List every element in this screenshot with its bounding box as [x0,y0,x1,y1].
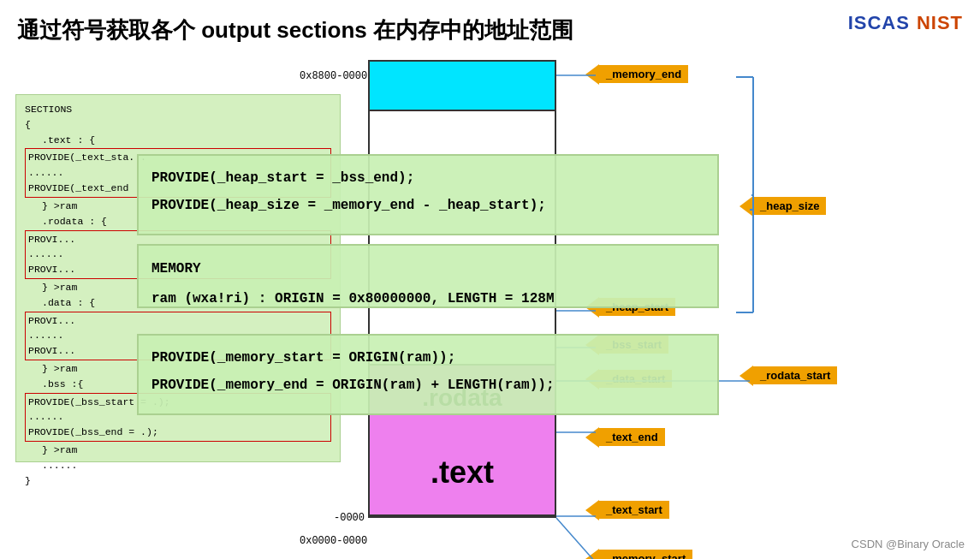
logo-nist: NIST [917,12,963,34]
watermark: CSDN @Binary Oracle [852,538,965,550]
arrow-text-end: _text_end [599,428,665,446]
arrow-text-start: _text_start [599,501,669,519]
text-section-label: .text [431,455,494,491]
logo-iscas: ISCAS [848,12,910,34]
addr-0x0000: 0x0000-0000 [300,535,367,547]
memory-block-text: .text [368,431,556,516]
page-title: 通过符号获取各个 output sections 在内存中的地址范围 [0,0,980,54]
provide-box-heap: PROVIDE(_heap_start = _bss_end); PROVIDE… [137,154,719,235]
memory-block-cyan [368,60,556,111]
addr-mid: -0000 [334,512,365,524]
arrow-rodata-start: _rodata_start [753,366,837,384]
provide-box-memory: PROVIDE(_memory_start = ORIGIN(ram)); PR… [137,334,719,415]
arrow-memory-end: _memory_end [599,65,688,83]
logo-area: ISCAS NIST [848,12,963,34]
main-area: SECTIONS { .text : { PROVIDE(_text_sta..… [0,60,980,559]
arrow-heap-size: _heap_size [753,197,826,215]
addr-0x8800: 0x8800-0000 [300,70,367,82]
arrow-memory-start: _memory_start [599,550,692,559]
memory-box: MEMORY ram (wxa!ri) : ORIGIN = 0x8000000… [137,244,719,308]
